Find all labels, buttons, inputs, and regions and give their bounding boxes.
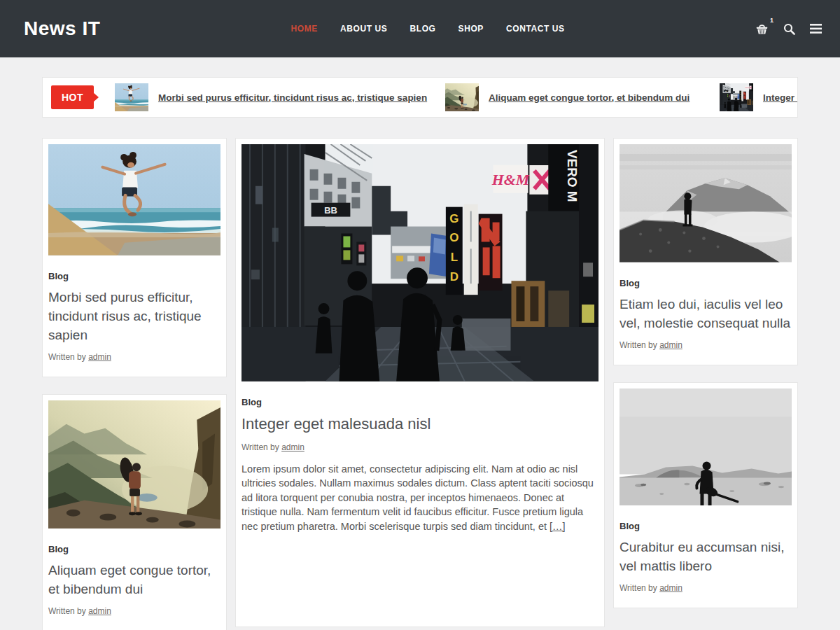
- post-category[interactable]: Blog: [48, 544, 220, 554]
- ticker-link[interactable]: Integer eget malesuada nisl: [763, 92, 797, 103]
- post-title[interactable]: Aliquam eget congue tortor, et bibendum …: [48, 561, 220, 598]
- post-byline: Written by admin: [620, 340, 792, 350]
- beach-photo[interactable]: [48, 144, 220, 255]
- post-byline: Written by admin: [48, 606, 220, 616]
- post-card: Blog Aliquam eget congue tortor, et bibe…: [42, 394, 227, 630]
- city-photo[interactable]: [241, 144, 598, 382]
- post-card: Blog Etiam leo dui, iaculis vel leo vel,…: [613, 138, 798, 365]
- center-column: Blog Integer eget malesuada nisl Written…: [235, 138, 605, 627]
- nav-item-contact[interactable]: Contact us: [506, 24, 565, 34]
- ticker-thumb-hiker[interactable]: [445, 83, 479, 111]
- post-byline: Written by admin: [48, 352, 220, 362]
- left-column: Blog Morbi sed purus efficitur, tincidun…: [42, 138, 227, 630]
- post-category[interactable]: Blog: [48, 271, 220, 281]
- byline-prefix: Written by: [241, 442, 279, 452]
- post-title[interactable]: Curabitur eu accumsan nisi, vel mattis l…: [620, 538, 792, 575]
- nav-item-shop[interactable]: Shop: [458, 24, 484, 34]
- nav-item-blog[interactable]: Blog: [410, 24, 435, 34]
- site-header: News IT Home About us Blog Shop Contact …: [0, 0, 840, 57]
- post-category[interactable]: Blog: [620, 521, 792, 531]
- post-category[interactable]: Blog: [241, 397, 598, 407]
- ticker-thumb-city[interactable]: [720, 83, 753, 111]
- ticker-item: Integer eget malesuada nisl: [720, 83, 797, 111]
- right-column: Blog Etiam leo dui, iaculis vel leo vel,…: [613, 138, 798, 608]
- search-button[interactable]: [783, 23, 795, 35]
- main-nav: Home About us Blog Shop Contact us: [100, 24, 755, 34]
- ticker-items: Morbi sed purus efficitur, tincidunt ris…: [115, 83, 797, 111]
- ticker-thumb-beach[interactable]: [115, 83, 148, 111]
- hot-news-ticker: HOT Morbi sed purus efficitur, tincidunt…: [42, 77, 798, 118]
- desert-photo[interactable]: [620, 388, 792, 506]
- search-icon: [783, 23, 795, 35]
- posts-grid: Blog Morbi sed purus efficitur, tincidun…: [42, 138, 798, 630]
- site-logo[interactable]: News IT: [24, 18, 100, 40]
- byline-prefix: Written by: [620, 340, 657, 350]
- news-it-homepage: News IT Home About us Blog Shop Contact …: [0, 0, 840, 630]
- author-link[interactable]: admin: [88, 352, 111, 362]
- post-title[interactable]: Integer eget malesuada nisl: [241, 414, 598, 435]
- hiker-photo[interactable]: [48, 400, 220, 529]
- post-card: Blog Morbi sed purus efficitur, tincidun…: [42, 138, 227, 377]
- byline-prefix: Written by: [48, 352, 86, 362]
- author-link[interactable]: admin: [659, 340, 682, 350]
- post-category[interactable]: Blog: [620, 278, 792, 288]
- byline-prefix: Written by: [620, 583, 657, 593]
- post-card: Blog Curabitur eu accumsan nisi, vel mat…: [613, 382, 798, 609]
- post-title[interactable]: Etiam leo dui, iaculis vel leo vel, mole…: [620, 295, 792, 332]
- ticker-link[interactable]: Aliquam eget congue tortor, et bibendum …: [489, 92, 690, 103]
- menu-button[interactable]: [810, 24, 822, 34]
- ticker-link[interactable]: Morbi sed purus efficitur, tincidunt ris…: [158, 92, 427, 103]
- nav-item-home[interactable]: Home: [291, 24, 318, 34]
- author-link[interactable]: admin: [88, 606, 111, 616]
- hot-badge: HOT: [51, 85, 94, 109]
- ticker-item: Morbi sed purus efficitur, tincidunt ris…: [115, 83, 416, 111]
- mountain-photo[interactable]: [620, 144, 792, 262]
- post-title[interactable]: Morbi sed purus efficitur, tincidunt ris…: [48, 288, 220, 344]
- byline-prefix: Written by: [48, 606, 86, 616]
- read-more-link[interactable]: […]: [550, 521, 566, 532]
- excerpt-text: Lorem ipsum dolor sit amet, consectetur …: [241, 463, 594, 532]
- post-excerpt: Lorem ipsum dolor sit amet, consectetur …: [241, 462, 598, 534]
- ticker-item: Aliquam eget congue tortor, et bibendum …: [445, 83, 690, 111]
- cart-button[interactable]: 1: [755, 22, 769, 35]
- nav-item-about[interactable]: About us: [340, 24, 387, 34]
- featured-post-card: Blog Integer eget malesuada nisl Written…: [235, 138, 605, 627]
- cart-count-badge: 1: [770, 17, 774, 24]
- header-icons: 1: [755, 22, 822, 35]
- author-link[interactable]: admin: [659, 583, 682, 593]
- post-byline: Written by admin: [620, 583, 792, 593]
- author-link[interactable]: admin: [281, 442, 304, 452]
- menu-icon: [810, 24, 822, 34]
- post-byline: Written by admin: [241, 442, 598, 452]
- basket-icon: [755, 22, 769, 35]
